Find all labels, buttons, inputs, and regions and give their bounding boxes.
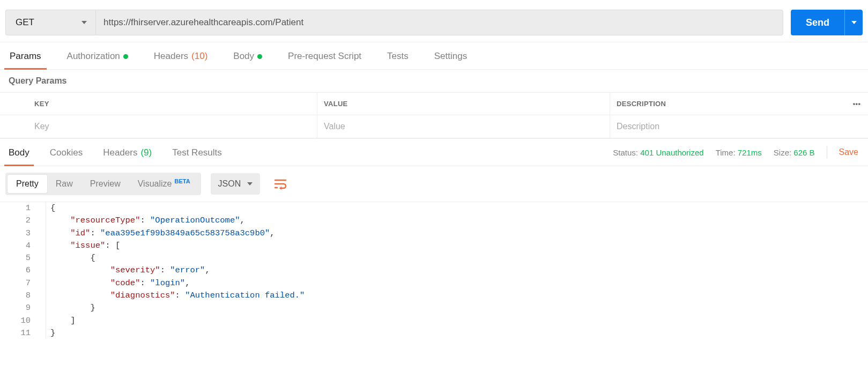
line-number: 11 [0,327,46,339]
code-line: 8 "diagnostics": "Authentication failed.… [0,290,868,302]
pill-label: Pretty [16,179,39,189]
tab-count: (10) [191,51,207,62]
chevron-down-icon [851,21,857,24]
code-line: 10 ] [0,315,868,327]
code-content: } [46,302,95,314]
table-header-row: KEY VALUE DESCRIPTION ••• [0,93,868,115]
tab-body[interactable]: Body [228,42,268,69]
code-line: 9 } [0,302,868,314]
code-line: 11} [0,327,868,339]
response-bar: Body Cookies Headers (9) Test Results St… [0,139,868,166]
time-group: Time: 721ms [716,148,762,157]
tab-label: Pre-request Script [288,51,361,62]
tab-label: Body [233,51,254,62]
code-content: ] [46,315,76,327]
response-view-bar: Pretty Raw Preview Visualize BETA JSON [0,166,868,202]
view-mode-group: Pretty Raw Preview Visualize BETA [5,173,201,195]
code-line: 5 { [0,252,868,264]
col-description: DESCRIPTION [610,93,845,115]
response-tabs: Body Cookies Headers (9) Test Results [4,139,238,166]
status-dot-icon [257,54,262,59]
row-handle [0,115,28,138]
line-number: 6 [0,264,46,277]
line-number: 4 [0,240,46,252]
status-group: Status: 401 Unauthorized [613,148,703,157]
url-input[interactable] [95,10,783,35]
time-value: 721ms [738,148,762,157]
code-content: { [46,252,95,264]
col-value: VALUE [317,93,610,115]
col-key: KEY [28,93,317,115]
divider [827,146,827,158]
param-description-input[interactable] [617,122,862,131]
table-handle-cell [0,93,28,115]
response-body[interactable]: 1{2 "resourceType": "OperationOutcome",3… [0,202,868,339]
send-more-button[interactable] [844,10,863,35]
param-key-input[interactable] [34,122,310,131]
tab-prerequest-script[interactable]: Pre-request Script [283,42,367,69]
pill-label: Raw [56,179,73,189]
tab-response-testresults[interactable]: Test Results [168,139,226,166]
line-number: 1 [0,202,46,214]
code-content: "severity": "error", [46,264,210,277]
code-content: "issue": [ [46,240,120,252]
wrap-icon [274,178,287,190]
send-group: Send [791,10,863,35]
send-button[interactable]: Send [791,10,844,35]
code-content: { [46,202,55,214]
code-line: 6 "severity": "error", [0,264,868,277]
chevron-down-icon [81,21,87,24]
tab-label: Authorization [67,51,120,62]
code-content: "resourceType": "OperationOutcome", [46,214,245,227]
size-group: Size: 626 B [774,148,815,157]
table-row [0,115,868,138]
tab-label: Params [10,51,41,62]
param-value-input[interactable] [324,122,603,131]
beta-badge: BETA [174,178,190,184]
tab-response-cookies[interactable]: Cookies [46,139,87,166]
tab-authorization[interactable]: Authorization [62,42,133,69]
view-pretty[interactable]: Pretty [8,175,47,193]
col-more[interactable]: ••• [845,93,868,115]
status-dot-icon [123,54,128,59]
tab-label: Test Results [172,147,222,158]
view-visualize[interactable]: Visualize BETA [129,175,199,193]
view-preview[interactable]: Preview [81,175,129,193]
tab-settings[interactable]: Settings [429,42,472,69]
status-value: 401 Unauthorized [640,148,703,157]
query-params-title: Query Params [0,70,868,92]
http-method-dropdown[interactable]: GET [5,10,95,35]
code-content: "id": "eaa395e1f99b3849a65c583758a3c9b0"… [46,227,275,240]
tab-label: Headers [103,147,137,158]
code-line: 2 "resourceType": "OperationOutcome", [0,214,868,227]
code-line: 7 "code": "login", [0,277,868,290]
code-content: "diagnostics": "Authentication failed." [46,290,305,302]
status-label: Status: [613,148,638,157]
tab-headers[interactable]: Headers (10) [149,42,213,69]
code-content: } [46,327,55,339]
format-value: JSON [218,179,241,189]
size-value: 626 B [793,148,814,157]
pill-label: Visualize [138,179,172,189]
view-raw[interactable]: Raw [47,175,81,193]
request-bar: GET Send [0,0,868,42]
line-number: 3 [0,227,46,240]
code-line: 3 "id": "eaa395e1f99b3849a65c583758a3c9b… [0,227,868,240]
tab-tests[interactable]: Tests [382,42,414,69]
wrap-lines-button[interactable] [270,173,291,195]
line-number: 7 [0,277,46,290]
tab-params[interactable]: Params [4,42,47,69]
save-response-button[interactable]: Save [839,147,858,157]
tab-label: Body [9,147,29,158]
format-dropdown[interactable]: JSON [211,173,261,195]
line-number: 5 [0,252,46,264]
tab-response-headers[interactable]: Headers (9) [99,139,156,166]
request-tabs: Params Authorization Headers (10) Body P… [0,42,868,70]
line-number: 9 [0,302,46,314]
code-line: 4 "issue": [ [0,240,868,252]
tab-response-body[interactable]: Body [4,139,34,166]
tab-label: Settings [434,51,467,62]
line-number: 8 [0,290,46,302]
line-number: 2 [0,214,46,227]
tab-label: Tests [387,51,409,62]
